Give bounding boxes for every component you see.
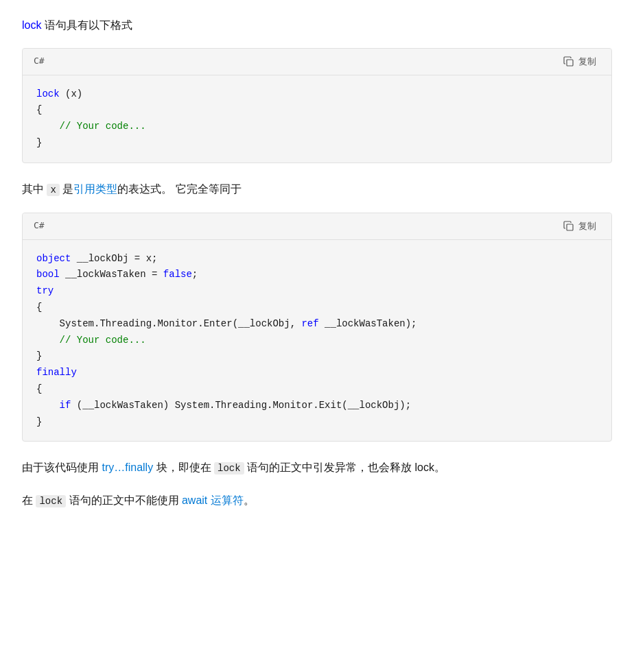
copy-label-1: 复制	[578, 56, 596, 68]
prose-1: 其中 x 是引用类型的表达式。 它完全等同于	[22, 180, 612, 199]
code-block-2: C# 复制 object __lockObj = x; bool __lockW…	[22, 213, 612, 442]
svg-rect-0	[567, 60, 573, 66]
link-operator[interactable]: 运算符	[211, 494, 244, 506]
code-body-1: lock (x) { // Your code... }	[23, 75, 611, 163]
copy-button-1[interactable]: 复制	[559, 54, 600, 69]
copy-button-2[interactable]: 复制	[559, 219, 600, 234]
lock-keyword-title: lock	[22, 19, 41, 31]
copy-icon-2	[563, 221, 574, 232]
code-lang-2: C#	[34, 219, 45, 233]
copy-label-2: 复制	[578, 220, 596, 232]
link-await[interactable]: await	[182, 494, 207, 506]
prose-3: 在 lock 语句的正文中不能使用 await 运算符。	[22, 491, 612, 510]
section1-title-text: lock 语句具有以下格式	[22, 19, 132, 31]
svg-rect-1	[567, 224, 573, 230]
section1-title: lock 语句具有以下格式	[22, 16, 612, 34]
code-lang-1: C#	[34, 54, 45, 69]
copy-icon-1	[563, 56, 574, 67]
prose-2: 由于该代码使用 try…finally 块，即使在 lock 语句的正文中引发异…	[22, 458, 612, 477]
code-block-1: C# 复制 lock (x) { // Your code... }	[22, 48, 612, 163]
inline-lock-2: lock	[214, 462, 244, 475]
link-try-finally[interactable]: try…finally	[102, 461, 153, 473]
code-header-2: C# 复制	[23, 213, 611, 240]
code-body-2: object __lockObj = x; bool __lockWasTake…	[23, 240, 611, 442]
code-header-1: C# 复制	[23, 49, 611, 75]
link-reference-type[interactable]: 引用类型	[73, 183, 117, 195]
inline-lock-3: lock	[36, 495, 66, 507]
inline-x: x	[47, 184, 59, 196]
